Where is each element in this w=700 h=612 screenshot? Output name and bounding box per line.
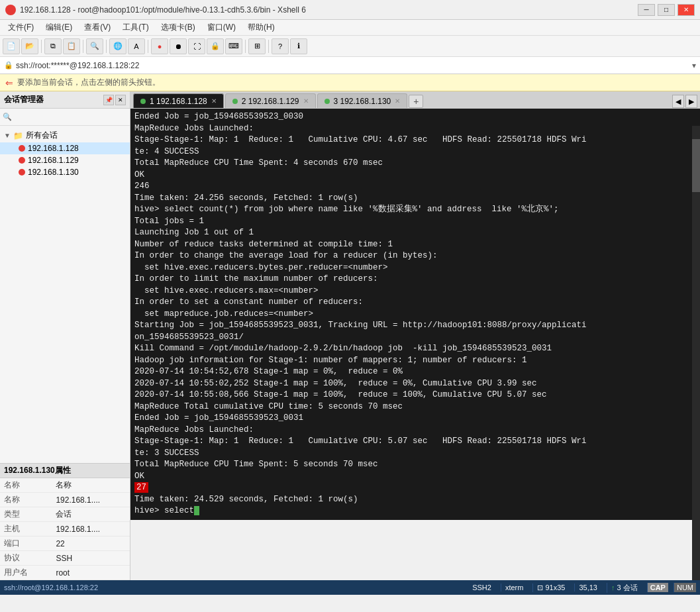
address-text[interactable]: ssh://root:******@192.168.1.128:22 [16,61,689,70]
menu-item-w[interactable]: 窗口(W) [202,21,241,34]
status-size-icon: ⊡ [537,584,543,591]
term-line-7: 246 [134,181,696,193]
term-line-5: Total MapReduce CPU Time Spent: 4 second… [134,158,696,170]
status-cap: CAP [647,583,668,592]
close-button[interactable]: ✕ [677,4,695,16]
tab-close-1[interactable]: ✕ [211,97,217,105]
property-user-label: 用户名 [0,566,52,580]
sidebar-item-130[interactable]: 192.168.1.130 [0,166,130,178]
property-name-label: 名称 [0,478,52,493]
tab-close-2[interactable]: ✕ [303,97,309,105]
title-text: 192.168.1.128 - root@hadoop101:/opt/modu… [20,5,306,15]
address-dropdown-icon[interactable]: ▾ [692,61,696,70]
term-line-2: MapReduce Jobs Launched: [134,123,696,135]
tree-group-label: 所有会话 [26,130,58,141]
tree-group-all-sessions[interactable]: ▼ 📁 所有会话 [0,128,130,142]
toolbar-text-btn[interactable]: A [128,38,145,54]
status-xterm: xterm [501,584,528,591]
tab-label-3: 3 192.168.1.130 [334,97,391,106]
tab-3[interactable]: 3 192.168.1.130 ✕ [317,93,408,108]
term-line-24: 2020-07-14 10:55:02,252 Stage-1 map = 10… [134,378,696,390]
toolbar-help-btn[interactable]: ? [272,38,289,54]
property-type-value: 会话 [52,507,130,522]
tab-1[interactable]: 1 192.168.1.128 ✕ [133,93,224,108]
toolbar-rec-btn[interactable]: ⏺ [170,38,187,54]
property-name-value2: 192.168.1.... [52,493,130,507]
toolbar-globe-btn[interactable]: 🌐 [109,38,126,54]
term-line-21: Kill Command = /opt/module/hadoop-2.9.2/… [134,343,696,355]
menu-item-f[interactable]: 文件(F) [3,21,39,34]
term-line-11: Launching Job 1 out of 1 [134,227,696,239]
toolbar-sep-3 [106,40,107,53]
menu-item-h[interactable]: 帮助(H) [242,21,280,34]
terminal-scrollbar[interactable] [692,126,700,580]
address-lock-icon: 🔒 [4,61,13,70]
status-bar: ssh://root@192.168.1.128:22 SSH2 xterm ⊡… [0,580,700,595]
session-dot-128 [19,145,25,152]
term-line-12: Number of reduce tasks determined at com… [134,239,696,251]
term-line-26: MapReduce Total cumulative CPU time: 5 s… [134,401,696,413]
app-icon [5,5,16,15]
info-bar: ⇐ 要添加当前会话，点击左侧的箭头按钮。 [0,74,700,91]
tab-label-1: 1 192.168.1.128 [150,97,207,106]
toolbar-copy-btn[interactable]: ⧉ [44,38,62,54]
sidebar-header: 会话管理器 📌 ✕ [0,91,130,109]
term-line-29: Stage-Stage-1: Map: 1 Reduce: 1 Cumulati… [134,436,696,448]
sidebar-title: 会话管理器 [4,94,44,105]
toolbar-key-btn[interactable]: ⌨ [225,38,242,54]
sidebar-item-129[interactable]: 192.168.1.129 [0,154,130,166]
maximize-button[interactable]: □ [658,4,675,16]
tab-prev-button[interactable]: ◀ [672,95,684,108]
toolbar-search-btn[interactable]: 🔍 [86,38,103,54]
status-sessions-text: 3 会话 [617,584,638,591]
term-line-30: te: 3 SUCCESS [134,448,696,460]
toolbar-red-btn[interactable]: ● [151,38,168,54]
properties-header: 192.168.1.130属性 [0,464,130,478]
minimize-button[interactable]: ─ [638,4,655,16]
address-bar: 🔒 ssh://root:******@192.168.1.128:22 ▾ [0,57,700,74]
toolbar-paste-btn[interactable]: 📋 [63,38,80,54]
property-row-name-label: 名称 名称 [0,478,130,493]
toolbar-new-btn[interactable]: 📄 [3,38,20,54]
term-line-33: Time taken: 24.529 seconds, Fetched: 1 r… [134,494,696,506]
sidebar-item-label-129: 192.168.1.129 [28,156,79,165]
tab-label-2: 2 192.168.1.129 [242,97,299,106]
status-size-text: 91x35 [545,584,565,591]
term-line-highlighted: 27 [134,482,696,494]
toolbar-lock-btn[interactable]: 🔒 [207,38,224,54]
toolbar-sep-6 [268,40,269,53]
title-bar-left: 192.168.1.128 - root@hadoop101:/opt/modu… [5,5,306,15]
menu-item-b[interactable]: 选项卡(B) [156,21,201,34]
tab-add-button[interactable]: + [409,95,423,108]
toolbar-info-btn[interactable]: ℹ [290,38,307,54]
sidebar-item-label-130: 192.168.1.130 [28,168,79,177]
sidebar-item-128[interactable]: 192.168.1.128 [0,142,130,154]
sidebar-search-icon: 🔍 [3,113,12,121]
tab-navigation: ◀ ▶ [672,95,697,108]
tab-close-3[interactable]: ✕ [395,97,400,105]
menu-item-v[interactable]: 查看(V) [79,21,116,34]
tab-next-button[interactable]: ▶ [685,95,697,108]
status-sessions: ↑ 3 会话 [607,583,642,593]
terminal[interactable]: Ended Job = job_1594685539523_0030 MapRe… [130,109,700,520]
term-line-25: 2020-07-14 10:55:08,566 Stage-1 map = 10… [134,389,696,401]
toolbar-layout-btn[interactable]: ⊞ [248,38,266,54]
menu-item-e[interactable]: 编辑(E) [40,21,77,34]
sidebar-header-buttons: 📌 ✕ [103,95,126,105]
toolbar-open-btn[interactable]: 📂 [21,38,38,54]
properties-panel: 192.168.1.130属性 名称 名称 名称 192.168.1.... 类… [0,463,130,580]
property-port-value: 22 [52,536,130,551]
property-row-user: 用户名 root [0,566,130,580]
main-area: 会话管理器 📌 ✕ 🔍 ▼ 📁 所有会话 192.168.1.128 [0,91,700,580]
tab-2[interactable]: 2 192.168.1.129 ✕ [225,93,316,108]
sidebar-search-bar[interactable]: 🔍 [0,109,130,126]
menu-item-t[interactable]: 工具(T) [117,21,154,34]
toolbar-expand-btn[interactable]: ⛶ [188,38,205,54]
sidebar-close-button[interactable]: ✕ [115,95,126,105]
term-line-18: set mapreduce.job.reduces=<number> [134,309,696,321]
info-arrow-icon: ⇐ [5,77,13,88]
property-name-value: 名称 [52,478,130,493]
sidebar-pin-button[interactable]: 📌 [103,95,114,105]
scroll-thumb[interactable] [692,139,700,192]
term-line-8: Time taken: 24.256 seconds, Fetched: 1 r… [134,193,696,205]
